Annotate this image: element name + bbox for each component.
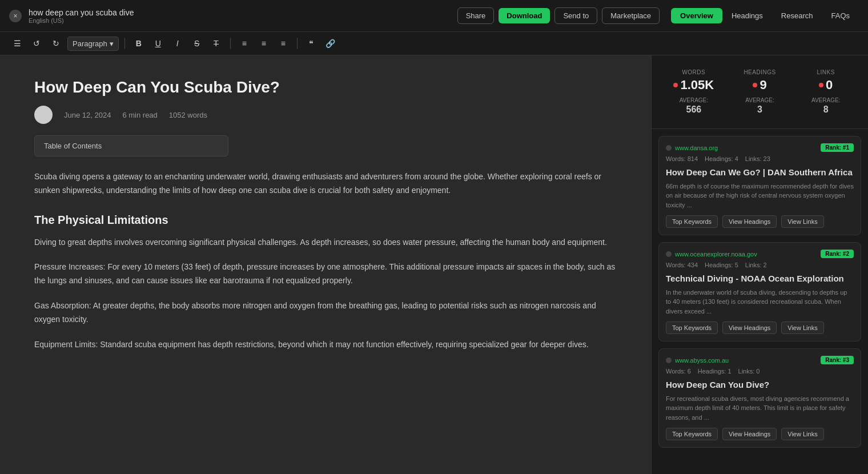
paragraph-select[interactable]: Paragraph ▾ [67, 37, 119, 51]
toolbar-divider-3 [297, 38, 298, 49]
toolbar-divider-1 [124, 38, 125, 49]
competitor-card: www.dansa.org Rank: #1 Words: 814 Headin… [658, 136, 861, 235]
comp-links: Links: 2 [745, 262, 767, 268]
view-links-button[interactable]: View Links [781, 322, 823, 334]
link-icon[interactable]: 🔗 [323, 35, 339, 51]
clear-format-icon[interactable]: T̶ [208, 35, 224, 51]
top-keywords-button[interactable]: Top Keywords [666, 322, 718, 334]
stat-words-value: 1.05K [680, 78, 714, 93]
marketplace-button[interactable]: Marketplace [602, 7, 660, 24]
competitor-stats: Words: 6 Headings: 1 Links: 0 [666, 368, 854, 375]
table-of-contents[interactable]: Table of Contents [34, 135, 228, 156]
stat-headings-avg-value: 3 [732, 105, 789, 115]
comp-headings: Headings: 1 [698, 368, 732, 375]
stat-headings: HEADINGS 9 AVERAGE: 3 [727, 65, 793, 119]
document-language: English (US) [29, 17, 134, 24]
view-links-button[interactable]: View Links [781, 428, 823, 440]
competitor-header: www.abyss.com.au Rank: #3 [666, 356, 854, 364]
competitor-title: Technical Diving - NOAA Ocean Exploratio… [666, 273, 854, 284]
stat-headings-dot [753, 83, 757, 87]
tab-research[interactable]: Research [772, 8, 822, 23]
redo-icon[interactable]: ↻ [48, 35, 64, 51]
competitor-title: How Deep Can We Go? | DAN Southern Afric… [666, 167, 854, 178]
download-button[interactable]: Download [499, 8, 550, 23]
quote-icon[interactable]: ❝ [303, 35, 319, 51]
close-button[interactable]: × [9, 10, 22, 22]
document-title-area: how deep can you scuba dive English (US) [29, 8, 134, 24]
stat-links-avg-value: 8 [797, 105, 854, 115]
article-meta: June 12, 2024 6 min read 1052 words [34, 106, 617, 124]
competitor-actions: Top Keywords View Headings View Links [666, 215, 854, 228]
stat-words-label: WORDS [665, 69, 722, 75]
competitor-header: www.dansa.org Rank: #1 [666, 143, 854, 152]
stats-row: WORDS 1.05K AVERAGE: 566 HEADINGS 9 AVER… [652, 55, 868, 129]
top-keywords-button[interactable]: Top Keywords [666, 215, 718, 228]
stat-links-label: LINKS [797, 69, 854, 75]
view-links-button[interactable]: View Links [781, 215, 823, 228]
main-layout: How Deep Can You Scuba Dive? June 12, 20… [0, 55, 868, 474]
view-headings-button[interactable]: View Headings [722, 322, 777, 334]
rank-badge: Rank: #2 [821, 250, 854, 258]
competitor-stats: Words: 434 Headings: 5 Links: 2 [666, 262, 854, 268]
stat-words-dot [673, 83, 678, 87]
competitor-url-row: www.abyss.com.au [666, 357, 729, 364]
competitor-header: www.oceanexplorer.noaa.gov Rank: #2 [666, 250, 854, 258]
bold-icon[interactable]: B [131, 35, 147, 51]
tab-headings[interactable]: Headings [722, 8, 772, 23]
competitor-snippet: In the underwater world of scuba diving,… [666, 288, 854, 316]
view-headings-button[interactable]: View Headings [722, 428, 777, 440]
stat-headings-avg-label: AVERAGE: [732, 97, 789, 103]
competitor-actions: Top Keywords View Headings View Links [666, 322, 854, 334]
article-title: How Deep Can You Scuba Dive? [34, 78, 617, 97]
article-section1-p4: Equipment Limits: Standard scuba equipme… [34, 338, 617, 352]
underline-icon[interactable]: U [150, 35, 166, 51]
align-left-icon[interactable]: ≡ [236, 35, 252, 51]
undo-icon[interactable]: ↺ [29, 35, 45, 51]
competitor-url-row: www.oceanexplorer.noaa.gov [666, 251, 757, 258]
comp-words: Words: 814 [666, 155, 698, 162]
chevron-down-icon: ▾ [110, 39, 114, 48]
article-read-time: 6 min read [122, 111, 157, 119]
comp-headings: Headings: 4 [705, 155, 738, 162]
tab-overview[interactable]: Overview [671, 8, 722, 23]
top-bar: × how deep can you scuba dive English (U… [0, 0, 868, 32]
share-button[interactable]: Share [457, 7, 495, 24]
close-icon: × [13, 12, 17, 20]
stat-links-dot [819, 83, 823, 87]
paragraph-label: Paragraph [73, 39, 107, 48]
article-section1-p2: Pressure Increases: For every 10 meters … [34, 260, 617, 288]
italic-icon[interactable]: I [170, 35, 186, 51]
article-intro: Scuba diving opens a gateway to an encha… [34, 170, 617, 198]
article-word-count: 1052 words [169, 111, 207, 119]
sidebar-toggle-icon[interactable]: ☰ [9, 35, 25, 51]
stat-headings-label: HEADINGS [732, 69, 789, 75]
top-keywords-button[interactable]: Top Keywords [666, 428, 718, 440]
send-to-button[interactable]: Send to [554, 7, 597, 24]
stat-links: LINKS 0 AVERAGE: 8 [793, 65, 859, 119]
strikethrough-icon[interactable]: S [189, 35, 205, 51]
competitor-snippet: 66m depth is of course the maximum recom… [666, 182, 854, 210]
comp-words: Words: 6 [666, 368, 691, 375]
avatar [34, 106, 53, 124]
align-center-icon[interactable]: ≡ [256, 35, 272, 51]
stat-words-avg-value: 566 [665, 105, 722, 115]
stat-headings-value: 9 [760, 78, 766, 93]
editor-area[interactable]: How Deep Can You Scuba Dive? June 12, 20… [0, 55, 651, 474]
rank-badge: Rank: #3 [821, 356, 854, 364]
stat-links-avg-label: AVERAGE: [797, 97, 854, 103]
stat-words-avg-label: AVERAGE: [665, 97, 722, 103]
view-headings-button[interactable]: View Headings [722, 215, 777, 228]
competitor-snippet: For recreational scuba divers, most divi… [666, 394, 854, 423]
document-title: how deep can you scuba dive [29, 8, 134, 17]
comp-links: Links: 0 [738, 368, 760, 375]
competitor-dot [666, 145, 672, 151]
tab-faqs[interactable]: FAQs [822, 8, 859, 23]
competitor-dot [666, 357, 672, 363]
competitor-url-row: www.dansa.org [666, 144, 718, 151]
competitor-url: www.dansa.org [675, 144, 718, 151]
top-bar-actions: Share Download Send to Marketplace [457, 7, 660, 24]
rank-badge: Rank: #1 [821, 143, 854, 152]
toolbar-divider-2 [230, 38, 231, 49]
align-right-icon[interactable]: ≡ [275, 35, 291, 51]
competitor-url: www.abyss.com.au [675, 357, 729, 364]
